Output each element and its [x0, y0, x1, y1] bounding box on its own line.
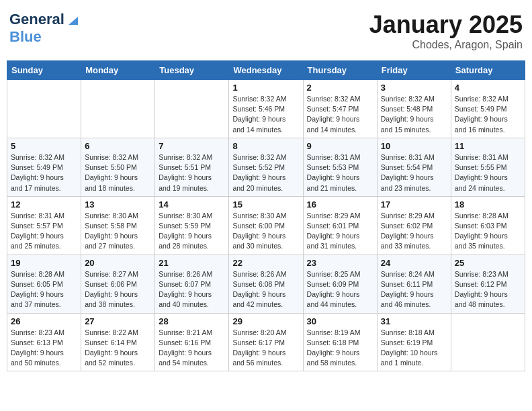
table-row: 11Sunrise: 8:31 AM Sunset: 5:55 PM Dayli…: [451, 138, 525, 196]
day-number: 25: [455, 258, 521, 268]
day-info: Sunrise: 8:24 AM Sunset: 6:11 PM Dayligh…: [381, 269, 447, 310]
header-wednesday: Wednesday: [229, 61, 303, 80]
table-row: 30Sunrise: 8:19 AM Sunset: 6:18 PM Dayli…: [303, 313, 377, 371]
day-info: Sunrise: 8:27 AM Sunset: 6:06 PM Dayligh…: [85, 269, 151, 310]
table-row: 22Sunrise: 8:26 AM Sunset: 6:08 PM Dayli…: [229, 255, 303, 313]
day-info: Sunrise: 8:26 AM Sunset: 6:08 PM Dayligh…: [232, 269, 299, 310]
month-title: January 2025: [369, 11, 523, 39]
day-info: Sunrise: 8:32 AM Sunset: 5:47 PM Dayligh…: [307, 94, 373, 135]
table-row: 17Sunrise: 8:29 AM Sunset: 6:02 PM Dayli…: [377, 196, 451, 255]
table-row: [155, 80, 229, 138]
table-row: 3Sunrise: 8:32 AM Sunset: 5:48 PM Daylig…: [377, 80, 451, 138]
day-info: Sunrise: 8:32 AM Sunset: 5:52 PM Dayligh…: [232, 152, 299, 193]
day-number: 16: [307, 199, 373, 210]
day-info: Sunrise: 8:31 AM Sunset: 5:54 PM Dayligh…: [381, 152, 447, 193]
table-row: 15Sunrise: 8:30 AM Sunset: 6:00 PM Dayli…: [229, 196, 303, 255]
calendar-week-row: 5Sunrise: 8:32 AM Sunset: 5:49 PM Daylig…: [7, 138, 525, 196]
day-number: 29: [232, 316, 299, 326]
day-number: 22: [232, 258, 299, 268]
calendar-week-row: 12Sunrise: 8:31 AM Sunset: 5:57 PM Dayli…: [7, 196, 525, 255]
table-row: 12Sunrise: 8:31 AM Sunset: 5:57 PM Dayli…: [7, 196, 81, 255]
day-info: Sunrise: 8:18 AM Sunset: 6:19 PM Dayligh…: [381, 328, 447, 369]
table-row: 16Sunrise: 8:29 AM Sunset: 6:01 PM Dayli…: [303, 196, 377, 255]
day-number: 10: [381, 141, 447, 151]
day-info: Sunrise: 8:26 AM Sunset: 6:07 PM Dayligh…: [159, 269, 225, 310]
day-number: 28: [159, 316, 225, 326]
table-row: 28Sunrise: 8:21 AM Sunset: 6:16 PM Dayli…: [155, 313, 229, 371]
day-number: 4: [455, 83, 521, 93]
title-section: January 2025 Chodes, Aragon, Spain: [369, 11, 523, 51]
table-row: 5Sunrise: 8:32 AM Sunset: 5:49 PM Daylig…: [7, 138, 81, 196]
svg-marker-0: [69, 17, 78, 25]
calendar-header-row: Sunday Monday Tuesday Wednesday Thursday…: [7, 61, 525, 80]
location-subtitle: Chodes, Aragon, Spain: [369, 39, 523, 51]
table-row: 29Sunrise: 8:20 AM Sunset: 6:17 PM Dayli…: [229, 313, 303, 371]
logo-icon: [66, 14, 78, 26]
table-row: 1Sunrise: 8:32 AM Sunset: 5:46 PM Daylig…: [229, 80, 303, 138]
day-info: Sunrise: 8:32 AM Sunset: 5:46 PM Dayligh…: [232, 94, 299, 135]
day-number: 8: [232, 141, 299, 151]
day-info: Sunrise: 8:32 AM Sunset: 5:48 PM Dayligh…: [381, 94, 447, 135]
day-info: Sunrise: 8:30 AM Sunset: 5:59 PM Dayligh…: [159, 211, 225, 252]
day-info: Sunrise: 8:22 AM Sunset: 6:14 PM Dayligh…: [85, 328, 151, 369]
day-info: Sunrise: 8:32 AM Sunset: 5:50 PM Dayligh…: [85, 152, 151, 193]
day-number: 27: [85, 316, 151, 326]
day-info: Sunrise: 8:32 AM Sunset: 5:49 PM Dayligh…: [11, 152, 77, 193]
day-number: 30: [307, 316, 373, 326]
table-row: 7Sunrise: 8:32 AM Sunset: 5:51 PM Daylig…: [155, 138, 229, 196]
day-number: 11: [455, 141, 521, 151]
day-number: 18: [455, 199, 521, 210]
header-monday: Monday: [81, 61, 155, 80]
day-number: 2: [307, 83, 373, 93]
calendar-week-row: 19Sunrise: 8:28 AM Sunset: 6:05 PM Dayli…: [7, 255, 525, 313]
table-row: 24Sunrise: 8:24 AM Sunset: 6:11 PM Dayli…: [377, 255, 451, 313]
day-info: Sunrise: 8:28 AM Sunset: 6:03 PM Dayligh…: [455, 211, 521, 252]
calendar-week-row: 1Sunrise: 8:32 AM Sunset: 5:46 PM Daylig…: [7, 80, 525, 138]
day-info: Sunrise: 8:32 AM Sunset: 5:49 PM Dayligh…: [455, 94, 521, 135]
table-row: 27Sunrise: 8:22 AM Sunset: 6:14 PM Dayli…: [81, 313, 155, 371]
header-thursday: Thursday: [303, 61, 377, 80]
day-number: 14: [159, 199, 225, 210]
table-row: 2Sunrise: 8:32 AM Sunset: 5:47 PM Daylig…: [303, 80, 377, 138]
day-number: 5: [11, 141, 77, 151]
day-info: Sunrise: 8:31 AM Sunset: 5:55 PM Dayligh…: [455, 152, 521, 193]
day-info: Sunrise: 8:29 AM Sunset: 6:02 PM Dayligh…: [381, 211, 447, 252]
day-info: Sunrise: 8:32 AM Sunset: 5:51 PM Dayligh…: [159, 152, 225, 193]
header-sunday: Sunday: [7, 61, 81, 80]
day-number: 21: [159, 258, 225, 268]
day-info: Sunrise: 8:29 AM Sunset: 6:01 PM Dayligh…: [307, 211, 373, 252]
day-info: Sunrise: 8:30 AM Sunset: 6:00 PM Dayligh…: [232, 211, 299, 252]
table-row: 10Sunrise: 8:31 AM Sunset: 5:54 PM Dayli…: [377, 138, 451, 196]
day-info: Sunrise: 8:23 AM Sunset: 6:13 PM Dayligh…: [11, 328, 77, 369]
day-info: Sunrise: 8:31 AM Sunset: 5:57 PM Dayligh…: [11, 211, 77, 252]
day-number: 20: [85, 258, 151, 268]
day-info: Sunrise: 8:31 AM Sunset: 5:53 PM Dayligh…: [307, 152, 373, 193]
day-number: 1: [232, 83, 299, 93]
day-number: 15: [232, 199, 299, 210]
day-info: Sunrise: 8:25 AM Sunset: 6:09 PM Dayligh…: [307, 269, 373, 310]
table-row: [7, 80, 81, 138]
day-number: 31: [381, 316, 447, 326]
day-info: Sunrise: 8:20 AM Sunset: 6:17 PM Dayligh…: [232, 328, 299, 369]
table-row: 23Sunrise: 8:25 AM Sunset: 6:09 PM Dayli…: [303, 255, 377, 313]
day-number: 12: [11, 199, 77, 210]
day-info: Sunrise: 8:21 AM Sunset: 6:16 PM Dayligh…: [159, 328, 225, 369]
day-number: 3: [381, 83, 447, 93]
day-info: Sunrise: 8:30 AM Sunset: 5:58 PM Dayligh…: [85, 211, 151, 252]
day-info: Sunrise: 8:19 AM Sunset: 6:18 PM Dayligh…: [307, 328, 373, 369]
day-number: 23: [307, 258, 373, 268]
table-row: 13Sunrise: 8:30 AM Sunset: 5:58 PM Dayli…: [81, 196, 155, 255]
header-tuesday: Tuesday: [155, 61, 229, 80]
logo: General Blue: [9, 11, 78, 46]
day-number: 13: [85, 199, 151, 210]
table-row: 9Sunrise: 8:31 AM Sunset: 5:53 PM Daylig…: [303, 138, 377, 196]
table-row: 19Sunrise: 8:28 AM Sunset: 6:05 PM Dayli…: [7, 255, 81, 313]
day-info: Sunrise: 8:23 AM Sunset: 6:12 PM Dayligh…: [455, 269, 521, 310]
table-row: 6Sunrise: 8:32 AM Sunset: 5:50 PM Daylig…: [81, 138, 155, 196]
logo-text-blue: Blue: [9, 28, 42, 46]
header-saturday: Saturday: [451, 61, 525, 80]
table-row: 21Sunrise: 8:26 AM Sunset: 6:07 PM Dayli…: [155, 255, 229, 313]
table-row: 18Sunrise: 8:28 AM Sunset: 6:03 PM Dayli…: [451, 196, 525, 255]
table-row: 25Sunrise: 8:23 AM Sunset: 6:12 PM Dayli…: [451, 255, 525, 313]
day-number: 17: [381, 199, 447, 210]
